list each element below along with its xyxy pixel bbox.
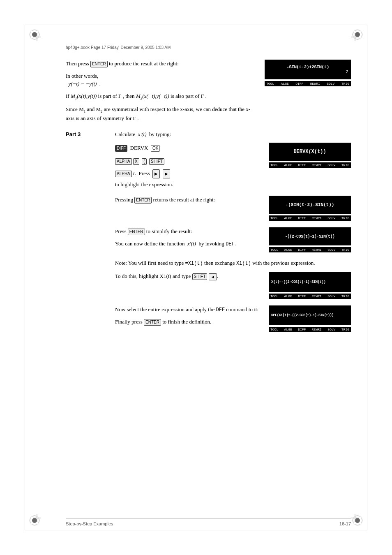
arrow-right-key-2: ▶ bbox=[163, 169, 170, 178]
part3-label: Part 3 bbox=[66, 131, 81, 137]
toolbar-6: TOOL ALGE DIFF REWRI SOLV TRIG bbox=[269, 327, 351, 332]
pressing-text-block: Pressing ENTER returns the result at the… bbox=[115, 196, 262, 208]
part3-simplify-block: Press ENTER to simplify the result: You … bbox=[115, 227, 351, 256]
cross-topleft bbox=[33, 33, 41, 41]
shift-key-1: SHIFT bbox=[149, 158, 164, 165]
screen-container-1: -SIN(t·2)+2SIN(t) 2 TOOL ALGE DIFF REWRI… bbox=[265, 60, 351, 126]
toolbar-2: TOOL ALGE DIFF REWRI SOLV TRIG bbox=[269, 162, 351, 168]
key-sequence-block: DIFF DERVX OK ALPHA X ( SHIFT ALPHA t. P… bbox=[115, 143, 262, 193]
highlight-text: to highlight the expression. bbox=[115, 180, 262, 189]
screen-6-container: DEF(X1(t)=-((2·COS(t)-1)·SIN(t))) TOOL A… bbox=[269, 305, 351, 335]
part3-label-col: Part 3 bbox=[66, 130, 107, 339]
calc-screen-3: -(SIN(t·2)-SIN(t)) bbox=[269, 196, 351, 214]
section-enter-result: Then press ENTER to produce the result a… bbox=[66, 60, 351, 126]
footer: Step-by-Step Examples 16-17 bbox=[66, 518, 351, 526]
footer-right: 16-17 bbox=[339, 521, 351, 526]
diff-key: DIFF bbox=[115, 145, 127, 152]
x-key: X bbox=[133, 158, 139, 165]
note-text: Note: You will first need to type =X1(t)… bbox=[115, 259, 351, 267]
part3-intro: Calculate x′(t) by typing: bbox=[115, 130, 351, 139]
arrow-right-key-1: ▶ bbox=[152, 169, 160, 178]
screen-4-container: -((2·COS(t)-1)·SIN(t)) TOOL ALGE DIFF RE… bbox=[269, 227, 351, 256]
screen-3-container: -(SIN(t·2)-SIN(t)) TOOL ALGE DIFF REWRI … bbox=[269, 196, 351, 224]
ok-key: OK bbox=[151, 145, 160, 152]
calc-screen-1: -SIN(t·2)+2SIN(t) 2 bbox=[265, 60, 351, 79]
calc-screen-6: DEF(X1(t)=-((2·COS(t)-1)·SIN(t))) bbox=[269, 305, 351, 325]
alpha-key-2: ALPHA bbox=[115, 171, 132, 177]
enter-key-1: ENTER bbox=[90, 61, 108, 67]
shift-key-2: SHIFT bbox=[192, 273, 208, 280]
toolbar-3: TOOL ALGE DIFF REWRI SOLV TRIG bbox=[269, 215, 351, 221]
left-arrow-key: ◄ bbox=[209, 273, 217, 280]
cross-topright bbox=[351, 33, 359, 41]
part3-def-block: Now select the entire expression and app… bbox=[115, 305, 351, 335]
text-then-press: Then press ENTER to produce the result a… bbox=[66, 60, 256, 126]
cross-bottomleft bbox=[33, 514, 41, 522]
key-seq-line2: ALPHA X ( SHIFT bbox=[115, 156, 262, 166]
calc-screen-4: -((2·COS(t)-1)·SIN(t)) bbox=[269, 227, 351, 245]
screen-2-container: DERVX(X(t)) TOOL ALGE DIFF REWRI SOLV TR… bbox=[269, 143, 351, 171]
screen-5-container: X(t)=-((2·COS(t)-1)·SIN(t)) TOOL ALGE DI… bbox=[269, 272, 351, 302]
part3-highlight-block: To do this, highlight X1(t) and type SHI… bbox=[115, 272, 351, 302]
simplify-text-block: Press ENTER to simplify the result: You … bbox=[115, 227, 262, 252]
part3-content: Calculate x′(t) by typing: DIFF DERVX OK… bbox=[115, 130, 351, 339]
part3-pressing-block: Pressing ENTER returns the result at the… bbox=[115, 196, 351, 224]
key-seq-line1: DIFF DERVX OK bbox=[115, 143, 262, 153]
alpha-key-1: ALPHA bbox=[115, 158, 132, 165]
press-text-1: Press bbox=[138, 170, 150, 176]
enter-key-4: ENTER bbox=[144, 319, 161, 326]
part3-type-block: DIFF DERVX OK ALPHA X ( SHIFT ALPHA t. P… bbox=[115, 143, 351, 193]
key-seq-line3: ALPHA t. Press ▶ ▶ bbox=[115, 168, 262, 179]
cross-bottomright bbox=[351, 514, 359, 522]
part3-section: Part 3 Calculate x′(t) by typing: DIFF D… bbox=[66, 130, 351, 339]
enter-key-3: ENTER bbox=[128, 229, 145, 235]
footer-left: Step-by-Step Examples bbox=[66, 521, 113, 526]
calc-screen-5: X(t)=-((2·COS(t)-1)·SIN(t)) bbox=[269, 272, 351, 292]
toolbar-5: TOOL ALGE DIFF REWRI SOLV TRIG bbox=[269, 294, 351, 299]
toolbar-1: TOOL ALGE DIFF REWRI SOLV TRIG bbox=[265, 81, 351, 86]
calc-screen-2: DERVX(X(t)) bbox=[269, 143, 351, 161]
toolbar-4: TOOL ALGE DIFF REWRI SOLV TRIG bbox=[269, 247, 351, 252]
content-area: Then press ENTER to produce the result a… bbox=[66, 60, 351, 510]
paren-key: ( bbox=[142, 158, 146, 165]
highlight-x1t-block: To do this, highlight X1(t) and type SHI… bbox=[115, 272, 262, 284]
header-file-info: hp40g+.book Page 17 Friday, December 9, … bbox=[66, 45, 171, 50]
enter-key-2: ENTER bbox=[134, 197, 152, 204]
def-text-block: Now select the entire expression and app… bbox=[115, 305, 262, 330]
